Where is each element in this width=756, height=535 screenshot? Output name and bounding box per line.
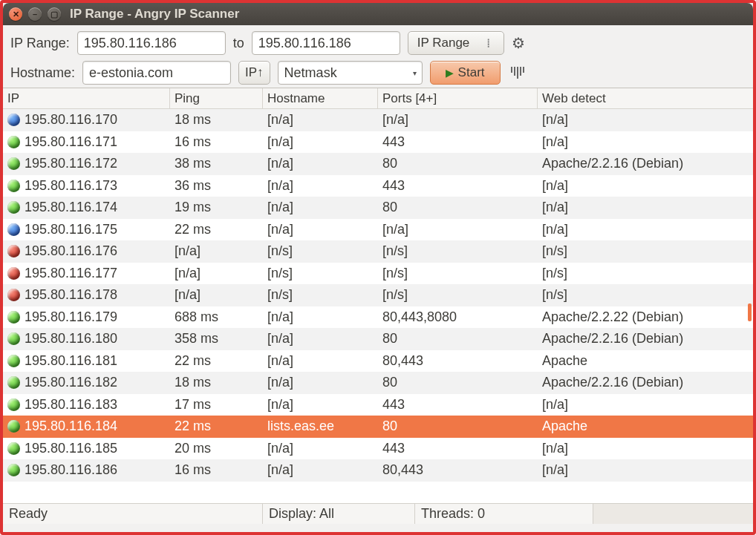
scroll-indicator[interactable]	[748, 303, 752, 321]
cell-ping: 20 ms	[170, 441, 263, 456]
netmask-combo[interactable]	[278, 61, 423, 85]
cell-ip: 195.80.116.186	[25, 462, 117, 478]
cell-hostname: [n/a]	[263, 397, 378, 413]
status-orb-icon	[7, 376, 20, 389]
cell-ping: 18 ms	[170, 112, 263, 128]
cell-ip: 195.80.116.170	[25, 112, 117, 128]
table-row[interactable]: 195.80.116.18616 ms[n/a]80,443[n/a]	[3, 459, 753, 482]
cell-ports: 443	[378, 134, 538, 150]
cell-hostname: [n/a]	[263, 178, 378, 194]
table-row[interactable]: 195.80.116.17522 ms[n/a][n/a][n/a]	[3, 219, 753, 241]
ip-range-label: IP Range:	[10, 36, 70, 51]
table-row[interactable]: 195.80.116.179688 ms[n/a]80,443,8080Apac…	[3, 306, 753, 329]
cell-hostname: [n/a]	[263, 309, 378, 325]
table-row[interactable]: 195.80.116.178[n/a][n/s][n/s][n/s]	[3, 284, 753, 306]
cell-hostname: [n/s]	[263, 243, 378, 259]
ip-up-button[interactable]: IP↑	[238, 61, 270, 85]
cell-hostname: [n/a]	[263, 112, 378, 128]
settings-icon[interactable]: ⚙	[512, 34, 525, 52]
window-maximize-button[interactable]: ▢	[48, 7, 61, 21]
start-button[interactable]: ▶ Start	[430, 61, 501, 85]
status-threads: Threads: 0	[415, 504, 593, 524]
cell-ping: 17 ms	[170, 397, 263, 413]
cell-ping: 18 ms	[170, 375, 263, 390]
results-table: IP Ping Hostname Ports [4+] Web detect 1…	[3, 88, 753, 503]
table-row[interactable]: 195.80.116.18122 ms[n/a]80,443Apache	[3, 350, 753, 372]
table-row[interactable]: 195.80.116.17238 ms[n/a]80Apache/2.2.16 …	[3, 153, 753, 175]
cell-ping: 22 ms	[170, 353, 263, 369]
cell-hostname: [n/a]	[263, 375, 378, 390]
cell-web: Apache	[538, 353, 753, 369]
cell-ping: 22 ms	[170, 222, 263, 237]
cell-ports: [n/s]	[378, 266, 538, 281]
hostname-input[interactable]	[82, 61, 231, 85]
titlebar: ✕ – ▢ IP Range - Angry IP Scanner	[3, 3, 753, 25]
col-header-web[interactable]: Web detect	[538, 88, 753, 108]
status-ready: Ready	[3, 504, 263, 524]
cell-ports: [n/s]	[378, 287, 538, 303]
cell-hostname: [n/s]	[263, 287, 378, 303]
cell-ping: 22 ms	[170, 419, 263, 434]
col-header-ports[interactable]: Ports [4+]	[378, 88, 538, 108]
status-orb-icon	[7, 114, 20, 126]
cell-ip: 195.80.116.178	[25, 287, 117, 303]
cell-ports: 443	[378, 178, 538, 194]
cell-web: Apache	[538, 419, 753, 434]
table-row[interactable]: 195.80.116.18317 ms[n/a]443[n/a]	[3, 394, 753, 416]
cell-ports: 80	[378, 419, 538, 434]
table-row[interactable]: 195.80.116.17336 ms[n/a]443[n/a]	[3, 175, 753, 197]
cell-ip: 195.80.116.181	[25, 353, 117, 369]
col-header-hostname[interactable]: Hostname	[263, 88, 378, 108]
cell-web: [n/a]	[538, 134, 753, 150]
cell-web: Apache/2.2.16 (Debian)	[538, 375, 753, 390]
cell-hostname: [n/a]	[263, 222, 378, 237]
table-row[interactable]: 195.80.116.17018 ms[n/a][n/a][n/a]	[3, 109, 753, 131]
table-row[interactable]: 195.80.116.18422 mslists.eas.ee80Apache	[3, 416, 753, 438]
col-header-ping[interactable]: Ping	[170, 88, 263, 108]
cell-ports: 80	[378, 156, 538, 171]
table-row[interactable]: 195.80.116.177[n/a][n/s][n/s][n/s]	[3, 263, 753, 285]
cell-ip: 195.80.116.180	[25, 331, 117, 347]
ip-from-input[interactable]	[77, 31, 226, 55]
cell-ping: 19 ms	[170, 200, 263, 215]
table-row[interactable]: 195.80.116.176[n/a][n/s][n/s][n/s]	[3, 240, 753, 263]
cell-web: [n/s]	[538, 287, 753, 303]
cell-hostname: [n/a]	[263, 353, 378, 369]
cell-ip: 195.80.116.174	[25, 200, 117, 215]
cell-ports: 443	[378, 441, 538, 456]
table-row[interactable]: 195.80.116.17419 ms[n/a]80[n/a]	[3, 197, 753, 219]
status-orb-icon	[7, 398, 20, 411]
cell-hostname: [n/a]	[263, 462, 378, 478]
status-orb-icon	[7, 136, 20, 148]
window-close-button[interactable]: ✕	[9, 7, 22, 21]
cell-ip: 195.80.116.184	[25, 419, 117, 434]
col-header-ip[interactable]: IP	[3, 88, 170, 108]
window-title: IP Range - Angry IP Scanner	[70, 7, 239, 22]
table-row[interactable]: 195.80.116.180358 ms[n/a]80Apache/2.2.16…	[3, 328, 753, 350]
cell-web: [n/a]	[538, 178, 753, 194]
table-row[interactable]: 195.80.116.17116 ms[n/a]443[n/a]	[3, 131, 753, 154]
status-orb-icon	[7, 245, 20, 257]
status-orb-icon	[7, 442, 20, 455]
table-row[interactable]: 195.80.116.18520 ms[n/a]443[n/a]	[3, 438, 753, 460]
cell-ping: 358 ms	[170, 331, 263, 347]
ip-to-input[interactable]	[252, 31, 400, 55]
cell-web: [n/a]	[538, 441, 753, 456]
cell-ping: 16 ms	[170, 134, 263, 150]
cell-web: Apache/2.2.22 (Debian)	[538, 309, 753, 325]
table-row[interactable]: 195.80.116.18218 ms[n/a]80Apache/2.2.16 …	[3, 372, 753, 394]
cell-hostname: [n/a]	[263, 200, 378, 215]
cell-ports: [n/a]	[378, 112, 538, 128]
statusbar: Ready Display: All Threads: 0	[3, 503, 753, 524]
table-header: IP Ping Hostname Ports [4+] Web detect	[3, 88, 753, 109]
cell-hostname: [n/a]	[263, 331, 378, 347]
cell-hostname: [n/a]	[263, 441, 378, 456]
cell-web: [n/s]	[538, 243, 753, 259]
cell-ports: 80	[378, 331, 538, 347]
equalizer-icon[interactable]	[508, 64, 527, 82]
range-mode-dropdown[interactable]: IP Range ⁞	[408, 31, 504, 55]
cell-ports: [n/s]	[378, 243, 538, 259]
window-minimize-button[interactable]: –	[28, 7, 42, 21]
cell-ip: 195.80.116.173	[25, 178, 117, 194]
status-display: Display: All	[263, 504, 415, 524]
